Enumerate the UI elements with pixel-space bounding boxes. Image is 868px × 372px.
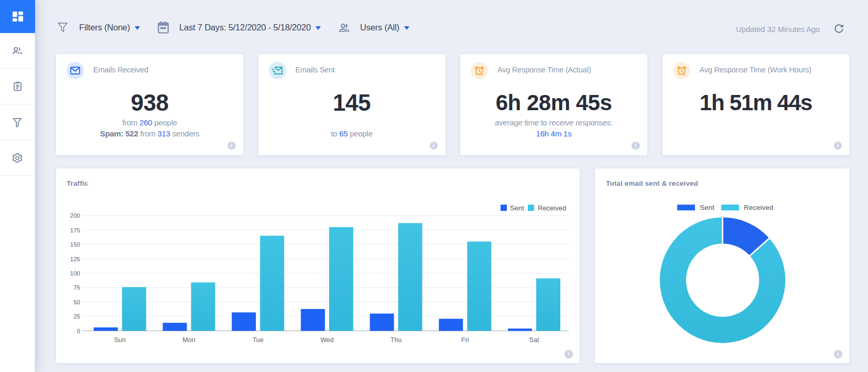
svg-text:Received: Received — [538, 204, 566, 212]
svg-text:Received: Received — [744, 204, 773, 211]
svg-text:Tue: Tue — [253, 336, 264, 344]
svg-text:125: 125 — [70, 256, 80, 262]
svg-text:Mon: Mon — [182, 336, 195, 344]
svg-text:150: 150 — [70, 241, 80, 248]
svg-text:175: 175 — [70, 227, 80, 233]
svg-text:Thu: Thu — [390, 336, 402, 344]
svg-text:Fri: Fri — [461, 336, 469, 344]
svg-text:100: 100 — [70, 270, 80, 277]
svg-text:Sun: Sun — [114, 336, 126, 344]
svg-text:Wed: Wed — [320, 336, 334, 344]
svg-text:200: 200 — [70, 212, 80, 219]
svg-text:50: 50 — [73, 299, 80, 305]
svg-text:Sat: Sat — [529, 336, 539, 344]
svg-text:Sent: Sent — [700, 204, 714, 211]
svg-text:0: 0 — [77, 328, 80, 334]
svg-text:75: 75 — [73, 284, 80, 291]
svg-text:25: 25 — [73, 313, 80, 320]
svg-text:Sent: Sent — [510, 204, 524, 212]
